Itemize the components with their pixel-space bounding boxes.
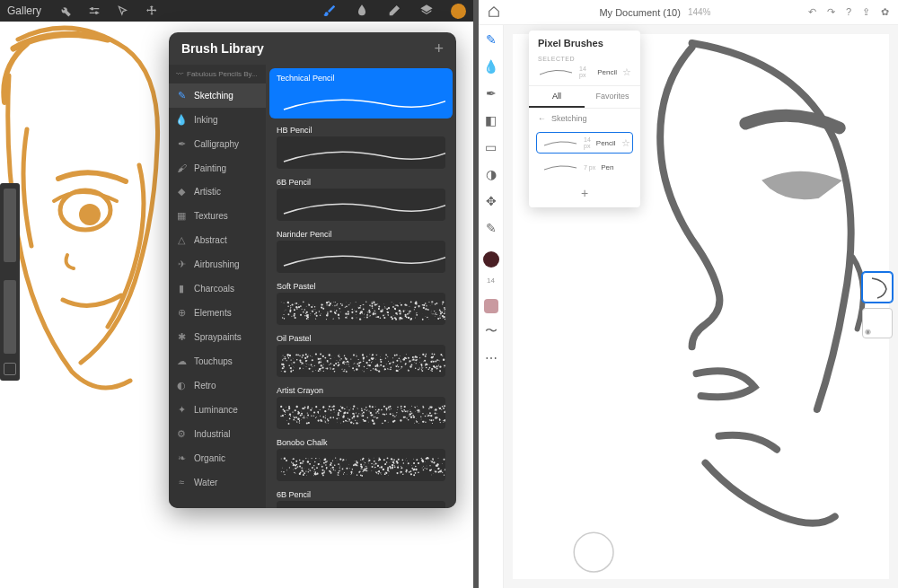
svg-point-349	[287, 306, 288, 307]
side-sliders[interactable]	[0, 183, 20, 381]
brush-item[interactable]: Oil Pastel	[269, 329, 453, 379]
brush-category-retro[interactable]: ◐Retro	[169, 373, 266, 398]
svg-point-726	[299, 369, 300, 370]
recent-brushes-row[interactable]: 〰Fabulous Pencils By...	[169, 65, 266, 83]
brush-category-charcoals[interactable]: ▮Charcoals	[169, 276, 266, 301]
selected-brush-row[interactable]: 14 px Pencil ☆	[529, 62, 640, 82]
svg-point-913	[332, 417, 334, 418]
svg-point-764	[380, 364, 382, 366]
undo-icon[interactable]: ↶	[808, 6, 816, 18]
svg-point-164	[298, 306, 300, 308]
brush-list-item[interactable]: 7 pxPen	[536, 157, 633, 177]
brush-item[interactable]: HB Pencil	[269, 120, 453, 171]
add-brush-set-button[interactable]: +	[434, 39, 444, 58]
opacity-slider[interactable]	[4, 280, 16, 354]
svg-point-1265	[408, 462, 409, 464]
vector-brush-icon[interactable]: ✒	[482, 84, 500, 102]
modify-button[interactable]	[4, 363, 16, 375]
svg-point-1007	[436, 413, 437, 414]
svg-point-787	[380, 371, 381, 372]
brush-category-elements[interactable]: ⊕Elements	[169, 301, 266, 325]
svg-point-1115	[408, 419, 409, 420]
more-icon[interactable]: ⋯	[482, 349, 500, 367]
brush-size-display[interactable]: 14	[487, 276, 495, 285]
gallery-button[interactable]: Gallery	[7, 4, 41, 17]
brush-category-luminance[interactable]: ✦Luminance	[169, 398, 266, 422]
svg-point-296	[386, 308, 388, 310]
adjust-icon[interactable]	[86, 3, 102, 19]
brush-list-item[interactable]: 14 pxPencil☆	[536, 132, 633, 154]
brush-category-artistic[interactable]: ◆Artistic	[169, 180, 266, 204]
favorite-star-icon[interactable]: ☆	[621, 137, 630, 149]
svg-point-679	[394, 355, 396, 356]
svg-point-451	[305, 363, 306, 364]
svg-point-230	[442, 301, 444, 303]
brush-category-painting[interactable]: 🖌Painting	[169, 156, 266, 180]
brush-category-spraypaints[interactable]: ✱Spraypaints	[169, 325, 266, 349]
color-swatch-secondary[interactable]	[484, 299, 498, 313]
document-title[interactable]: My Document (10)	[599, 7, 680, 18]
favorite-star-icon[interactable]: ☆	[622, 66, 631, 78]
tab-all[interactable]: All	[529, 86, 585, 108]
svg-point-1156	[369, 411, 370, 412]
brush-tool-icon[interactable]	[321, 3, 338, 19]
live-brush-icon[interactable]: 💧	[482, 57, 500, 75]
color-picker[interactable]	[451, 4, 466, 19]
eraser-tool-icon[interactable]: ◧	[482, 111, 500, 129]
brush-item[interactable]: Soft Pastel	[269, 276, 453, 327]
svg-point-54	[427, 317, 428, 319]
layer-thumb-1[interactable]	[862, 272, 893, 303]
brush-breadcrumb[interactable]: ←Sketching	[529, 109, 640, 128]
brush-category-textures[interactable]: ▦Textures	[169, 204, 266, 228]
smudge-icon[interactable]	[354, 3, 370, 19]
home-icon[interactable]	[488, 5, 502, 20]
move-icon[interactable]	[144, 3, 160, 19]
brush-category-calligraphy[interactable]: ✒Calligraphy	[169, 132, 266, 156]
eyedropper-icon[interactable]: ✎	[482, 219, 500, 237]
svg-point-471	[429, 367, 431, 369]
eraser-icon[interactable]	[386, 3, 402, 19]
brush-category-touchups[interactable]: ☁Touchups	[169, 349, 266, 373]
brush-category-sketching[interactable]: ✎Sketching	[169, 83, 266, 108]
brush-category-industrial[interactable]: ⚙Industrial	[169, 422, 266, 446]
settings-icon[interactable]: ✿	[881, 6, 889, 18]
pixel-brush-icon[interactable]: ✎	[482, 31, 500, 48]
svg-point-807	[311, 415, 312, 416]
brush-category-abstract[interactable]: △Abstract	[169, 228, 266, 252]
brush-item[interactable]: 6B Pencil	[269, 172, 453, 223]
brush-category-inking[interactable]: 💧Inking	[169, 108, 266, 132]
zoom-level[interactable]: 144%	[688, 7, 711, 17]
back-arrow-icon[interactable]: ←	[538, 114, 546, 123]
selection-tool-icon[interactable]: ▭	[482, 138, 500, 156]
color-swatch-primary[interactable]	[483, 251, 499, 268]
svg-point-481	[422, 354, 424, 355]
shapes-icon[interactable]: 〜	[482, 322, 500, 340]
brush-item[interactable]: Narinder Pencil	[269, 224, 453, 275]
transform-icon[interactable]: ✥	[482, 192, 500, 210]
brush-item[interactable]: Artist Crayon	[269, 381, 453, 431]
selection-icon[interactable]	[115, 3, 131, 19]
add-brush-button[interactable]: +	[529, 180, 640, 200]
share-icon[interactable]: ⇪	[862, 6, 870, 18]
svg-point-1041	[429, 419, 430, 420]
size-slider[interactable]	[4, 189, 16, 262]
help-icon[interactable]: ?	[846, 6, 851, 18]
svg-point-413	[323, 364, 324, 365]
fill-icon[interactable]: ◑	[482, 165, 500, 183]
tab-favorites[interactable]: Favorites	[585, 86, 640, 108]
brush-item[interactable]: Bonobo Chalk	[269, 433, 453, 483]
svg-point-966	[429, 412, 431, 414]
brush-category-organic[interactable]: ❧Organic	[169, 446, 266, 470]
svg-point-700	[391, 369, 392, 370]
redo-icon[interactable]: ↷	[827, 6, 835, 18]
brush-category-water[interactable]: ≈Water	[169, 470, 266, 494]
svg-point-120	[321, 304, 322, 305]
svg-point-322	[426, 305, 427, 306]
brush-category-airbrushing[interactable]: ✈Airbrushing	[169, 252, 266, 276]
brush-item[interactable]: Technical Pencil	[269, 68, 453, 118]
brush-item[interactable]: 6B Pencil	[269, 485, 453, 508]
layer-thumb-2[interactable]: ◉	[862, 308, 893, 338]
wrench-icon[interactable]	[57, 3, 74, 19]
layers-icon[interactable]	[418, 3, 435, 19]
svg-point-1477	[296, 468, 297, 469]
